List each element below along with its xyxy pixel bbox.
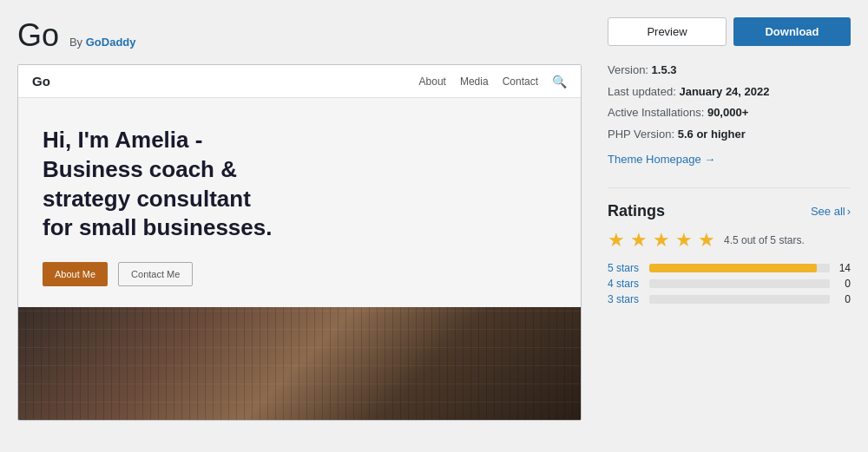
- star-1: ★: [608, 229, 625, 252]
- preview-button[interactable]: Preview: [608, 17, 727, 46]
- php-version-row: PHP Version: 5.6 or higher: [608, 124, 851, 146]
- rating-bar-count: 0: [837, 293, 851, 305]
- rating-bar-row: 4 stars 0: [608, 278, 851, 290]
- rating-bar-row: 3 stars 0: [608, 293, 851, 305]
- see-all-link[interactable]: See all ›: [811, 205, 851, 218]
- theme-title: Go: [17, 17, 59, 53]
- rating-bar-fill: [649, 264, 817, 272]
- rating-bar-track: [649, 264, 830, 272]
- stars-label: 4.5 out of 5 stars.: [724, 234, 805, 246]
- nav-about[interactable]: About: [419, 75, 446, 88]
- meta-section: Version: 1.5.3 Last updated: January 24,…: [608, 60, 851, 170]
- search-icon[interactable]: 🔍: [552, 75, 567, 88]
- preview-contact-button[interactable]: Contact Me: [118, 262, 193, 286]
- theme-header: Go By GoDaddy: [17, 17, 582, 54]
- preview-about-button[interactable]: About Me: [43, 262, 108, 286]
- page-wrapper: Go By GoDaddy Go About Media Contact 🔍 H…: [0, 0, 868, 438]
- ratings-header: Ratings See all ›: [608, 202, 851, 220]
- theme-author-link[interactable]: GoDaddy: [86, 36, 136, 49]
- ratings-section: Ratings See all › ★ ★ ★ ★ ★ 4.5 out of 5…: [608, 187, 851, 305]
- rating-bar-track: [649, 295, 830, 304]
- star-3: ★: [653, 229, 670, 252]
- rating-bar-label[interactable]: 5 stars: [608, 262, 642, 274]
- rating-bar-count: 0: [837, 278, 851, 290]
- star-half: ★: [698, 229, 715, 252]
- active-installs-row: Active Installations: 90,000+: [608, 102, 851, 124]
- rating-bar-row: 5 stars 14: [608, 262, 851, 274]
- rating-bar-count: 14: [837, 262, 851, 274]
- action-buttons: Preview Download: [608, 17, 851, 46]
- preview-nav-bar: Go About Media Contact 🔍: [18, 65, 581, 98]
- rating-bar-label[interactable]: 4 stars: [608, 278, 642, 290]
- preview-headline: Hi, I'm Amelia - Business coach & strate…: [43, 126, 286, 243]
- preview-section: Go By GoDaddy Go About Media Contact 🔍 H…: [17, 17, 582, 421]
- rating-bar-track: [649, 279, 830, 288]
- preview-image: [18, 307, 581, 420]
- preview-frame: Go About Media Contact 🔍 Hi, I'm Amelia …: [17, 64, 582, 421]
- preview-content: Hi, I'm Amelia - Business coach & strate…: [18, 98, 581, 307]
- ratings-title: Ratings: [608, 202, 665, 220]
- theme-homepage-link[interactable]: Theme Homepage →: [608, 153, 715, 166]
- rating-bar-label[interactable]: 3 stars: [608, 293, 642, 305]
- theme-homepage-row: Theme Homepage →: [608, 149, 851, 171]
- star-4: ★: [675, 229, 693, 252]
- preview-nav-links: About Media Contact 🔍: [419, 75, 567, 88]
- chevron-right-icon: ›: [847, 205, 851, 218]
- last-updated-row: Last updated: January 24, 2022: [608, 82, 851, 103]
- nav-media[interactable]: Media: [460, 75, 489, 88]
- stars-row: ★ ★ ★ ★ ★ 4.5 out of 5 stars.: [608, 229, 851, 252]
- star-2: ★: [630, 229, 648, 252]
- theme-by-label: By GoDaddy: [69, 36, 136, 49]
- preview-buttons: About Me Contact Me: [43, 262, 556, 286]
- preview-site-title: Go: [32, 74, 50, 88]
- nav-contact[interactable]: Contact: [503, 75, 538, 88]
- download-button[interactable]: Download: [733, 17, 851, 46]
- rating-bars: 5 stars 14 4 stars 0 3 stars 0: [608, 262, 851, 305]
- version-row: Version: 1.5.3: [608, 60, 851, 82]
- sidebar: Preview Download Version: 1.5.3 Last upd…: [608, 17, 851, 309]
